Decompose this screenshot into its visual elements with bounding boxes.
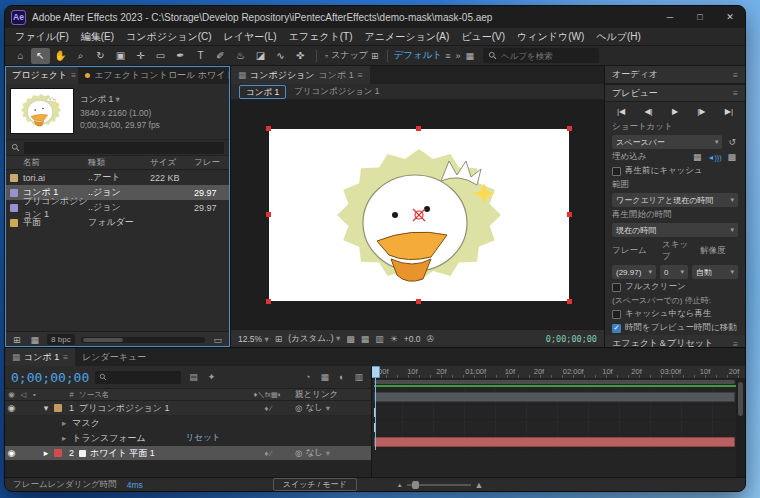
close-button[interactable]: ✕ [715, 6, 745, 28]
reset-icon[interactable]: ↺ [726, 137, 738, 147]
selection-handle-top-left[interactable] [266, 126, 271, 131]
include-overlays-icon[interactable]: ▩ [725, 152, 738, 162]
track-white-solid-1[interactable] [372, 435, 745, 450]
panel-menu-icon[interactable]: ≡ [733, 70, 738, 80]
property-group-masks[interactable]: ▸ マスク [5, 416, 371, 431]
layer-label-color[interactable] [54, 404, 62, 412]
composition-viewer[interactable] [231, 100, 604, 329]
menu-help[interactable]: ヘルプ(H) [590, 28, 647, 46]
previous-frame-button[interactable]: ◀| [644, 107, 652, 116]
menu-composition[interactable]: コンポジション(C) [120, 28, 218, 46]
frame-rate-dropdown[interactable]: (29.97)▾ [612, 265, 656, 279]
first-frame-button[interactable]: |◀ [617, 107, 625, 116]
track-precomposition-1[interactable] [372, 390, 745, 405]
include-audio-icon[interactable]: ◄))) [708, 154, 722, 161]
workspace-bar-icon[interactable]: ▦ [464, 51, 477, 61]
twirl-closed-icon[interactable]: ▸ [40, 448, 52, 458]
exposure-value[interactable]: +0.0 [404, 334, 421, 344]
effects-presets-panel-header[interactable]: エフェクト＆プリセット ≡ [605, 335, 745, 347]
menu-layer[interactable]: レイヤー(L) [218, 28, 283, 46]
timeline-track-area[interactable]: :00f10f 20f01:00f 10f20f 02:00f10f 20f03… [371, 366, 745, 477]
shy-layers-icon[interactable]: ◔ [303, 372, 312, 382]
frame-blending-icon[interactable]: ▦ [319, 372, 332, 382]
resolution-preview-dropdown[interactable]: 自動▾ [692, 265, 738, 279]
brush-tool-icon[interactable]: ✐ [211, 48, 230, 64]
eraser-tool-icon[interactable]: ◪ [251, 48, 270, 64]
composition-canvas[interactable] [269, 129, 569, 301]
graph-editor-icon[interactable]: ▥ [352, 372, 365, 382]
zoom-level-dropdown[interactable]: 12.5% ▾ [238, 334, 269, 344]
selection-handle-top-center[interactable] [416, 126, 421, 131]
include-video-icon[interactable]: ▦ [691, 152, 704, 162]
column-size[interactable]: サイズ [150, 157, 194, 169]
column-kind[interactable]: 種類 [88, 157, 150, 169]
next-frame-button[interactable]: |▶ [697, 107, 705, 116]
snapshot-camera-icon[interactable]: ✇ [427, 334, 435, 344]
switches-modes-toggle[interactable]: スイッチ / モード [273, 478, 357, 491]
panel-menu-icon[interactable]: ≡ [733, 339, 738, 348]
composition-mini-flowchart-icon[interactable]: ▤ [187, 372, 200, 382]
panel-menu-icon[interactable]: ≡ [63, 352, 68, 362]
source-name-column[interactable]: ソース名 [79, 390, 241, 400]
switches-column-icons[interactable]: ♦＼fx▦◐ [241, 390, 295, 400]
timeline-search-input[interactable] [110, 373, 177, 382]
mask-visibility-icon[interactable]: ▩ [346, 334, 355, 344]
layer-visibility-eye-icon[interactable]: ◉ [5, 448, 18, 458]
project-thumbnail[interactable] [11, 89, 73, 133]
layer-visibility-eye-icon[interactable]: ◉ [5, 403, 18, 413]
interpret-footage-icon[interactable]: ⊞ [11, 335, 23, 345]
shape-tool-icon[interactable]: ▭ [151, 48, 170, 64]
property-group-transform[interactable]: ▸ トランスフォーム リセット [5, 431, 371, 446]
menu-view[interactable]: ビュー(V) [455, 28, 511, 46]
parent-link-column[interactable]: 親とリンク [295, 389, 371, 401]
zoom-slider-track[interactable] [407, 484, 471, 486]
zoom-slider-handle[interactable] [412, 481, 419, 489]
motion-blur-icon[interactable]: ◐ [337, 372, 346, 382]
audio-column-icon[interactable]: ◁ [18, 390, 29, 399]
layer-switches[interactable]: ♦ ∕ [241, 404, 295, 413]
panel-menu-icon[interactable]: ≡ [358, 70, 363, 80]
zoom-tool-icon[interactable]: ⌕ [71, 48, 90, 64]
selection-tool-icon[interactable]: ↖ [31, 48, 50, 64]
hand-tool-icon[interactable]: ✋ [51, 48, 70, 64]
home-icon[interactable]: ⌂ [11, 48, 30, 64]
snap-toggle-icon[interactable]: ▫ [323, 51, 330, 61]
layer-number-column[interactable]: # [64, 390, 79, 399]
navigator-precomposition-1[interactable]: プリコンポジション 1 [294, 86, 379, 98]
parent-dropdown[interactable]: ◎なし▾ [295, 447, 371, 459]
type-tool-icon[interactable]: T [191, 48, 210, 64]
last-frame-button[interactable]: ▶| [725, 107, 733, 116]
cache-before-playback-checkbox[interactable] [612, 167, 621, 176]
menu-effect[interactable]: エフェクト(T) [283, 28, 359, 46]
play-button[interactable]: ▶ [672, 107, 678, 116]
play-from-dropdown[interactable]: 現在の時間▾ [612, 223, 738, 237]
menu-edit[interactable]: 編集(E) [75, 28, 120, 46]
column-name[interactable]: 名前 [5, 157, 88, 169]
fullscreen-checkbox[interactable] [612, 283, 621, 292]
workspace-menu-icon[interactable]: ≡ [443, 51, 452, 61]
trash-icon[interactable]: ▭ [211, 335, 224, 345]
timeline-zoom-control[interactable]: ▲ ▲ [397, 480, 484, 490]
shortcut-dropdown[interactable]: スペースバー▾ [612, 135, 722, 149]
project-row-tori-ai[interactable]: tori.ai ..アート 222 KB [5, 170, 230, 185]
time-ruler[interactable]: :00f10f 20f01:00f 10f20f 02:00f10f 20f03… [372, 366, 745, 379]
pan-behind-tool-icon[interactable]: ✛ [131, 48, 150, 64]
selection-handle-middle-right[interactable] [567, 212, 572, 217]
puppet-tool-icon[interactable]: ✜ [291, 48, 310, 64]
tab-effect-controls[interactable]: エフェクトコントロール ホワイト [78, 66, 230, 84]
selection-handle-middle-left[interactable] [266, 212, 271, 217]
timeline-vertical-scrollbar[interactable] [736, 379, 745, 477]
skip-dropdown[interactable]: 0▾ [660, 265, 688, 279]
twirl-closed-icon[interactable]: ▸ [62, 433, 66, 443]
tab-project[interactable]: プロジェクト ≡ [5, 66, 78, 84]
timeline-current-timecode[interactable]: 0;00;00;00 [11, 370, 89, 385]
snap-label[interactable]: スナップ [331, 49, 368, 62]
layer-duration-bar[interactable] [374, 437, 735, 447]
choose-grid-guides-icon[interactable]: ⊞ [275, 334, 283, 344]
layer-label-color[interactable] [54, 449, 62, 457]
range-dropdown[interactable]: ワークエリアと現在の時間▾ [612, 193, 738, 207]
track-transform[interactable] [372, 420, 745, 435]
zoom-in-mountain-icon[interactable]: ▲ [475, 480, 484, 490]
transform-reset-link[interactable]: リセット [186, 432, 221, 444]
panel-menu-icon[interactable]: ≡ [733, 88, 738, 98]
